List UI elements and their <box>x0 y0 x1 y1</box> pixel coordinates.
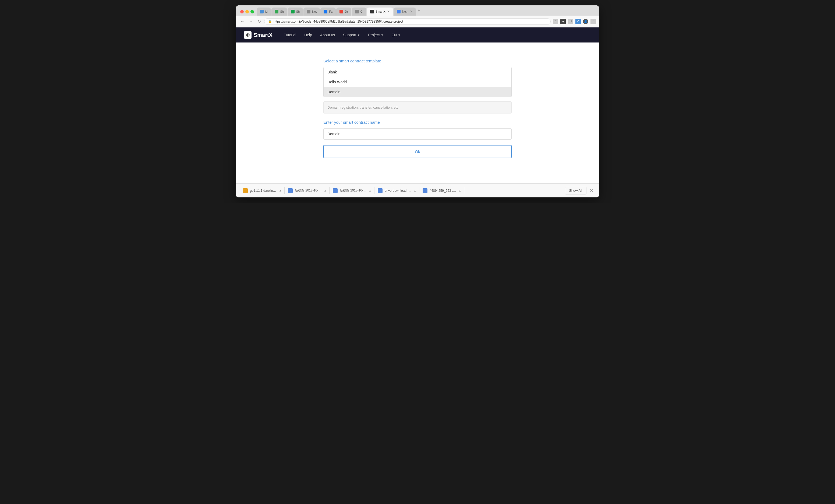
download-item-2[interactable]: 新檔案 2018-10-....jpg ▲ <box>330 187 374 194</box>
template-blank[interactable]: Blank <box>324 67 511 77</box>
main-content: Select a smart contract template Blank H… <box>236 42 599 174</box>
download-icon-3 <box>378 188 383 193</box>
create-project-form: Select a smart contract template Blank H… <box>323 59 512 158</box>
template-section-label: Select a smart contract template <box>323 59 512 63</box>
download-item-1[interactable]: 新檔案 2018-10-....jpg ▲ <box>285 187 329 194</box>
logo-icon <box>244 31 251 39</box>
download-arrow-1[interactable]: ▲ <box>324 189 327 192</box>
template-list: Blank Hello World Domain <box>323 67 512 97</box>
address-bar: ← → ↻ 🔒 https://smartx.ont.io/?code=44ce… <box>236 16 599 27</box>
download-arrow-0[interactable]: ▲ <box>279 189 282 192</box>
new-tab-button[interactable]: + <box>416 8 422 16</box>
logo-text: SmartX <box>254 32 272 38</box>
download-item-3[interactable]: drive-download-....zip ▲ <box>375 187 420 194</box>
tab-item[interactable]: LI <box>257 7 271 16</box>
minimize-traffic-light[interactable] <box>245 10 249 14</box>
tab-item[interactable]: Dr <box>336 7 351 16</box>
browser-window: LI Sh Sh Not Fa Dr Cl SmartX ✕ Ne...✕ + … <box>236 5 599 197</box>
download-item-0[interactable]: go1.11.1.darwin-....p... ▲ <box>240 187 285 194</box>
ok-button[interactable]: Ok <box>323 145 512 158</box>
project-dropdown-arrow: ▼ <box>381 34 384 37</box>
tab-close-icon[interactable]: ✕ <box>410 10 413 14</box>
url-text: https://smartx.ont.io/?code=44ce8965ef9d… <box>273 20 403 23</box>
ext-icon-3[interactable]: ↺ <box>575 19 581 24</box>
nav-about[interactable]: About us <box>317 31 338 39</box>
menu-icon[interactable]: ⋮ <box>590 19 596 24</box>
nav-help[interactable]: Help <box>301 31 315 39</box>
download-icon-1 <box>288 188 293 193</box>
forward-button[interactable]: → <box>248 18 254 25</box>
download-name-4: 44894259_553-....p... <box>430 189 456 193</box>
tab-close-icon[interactable]: ✕ <box>387 10 390 14</box>
download-item-4[interactable]: 44894259_553-....p... ▲ <box>420 187 464 194</box>
download-name-3: drive-download-....zip <box>385 189 412 193</box>
download-arrow-3[interactable]: ▲ <box>414 189 416 192</box>
site-logo: SmartX <box>244 31 272 39</box>
nav-support[interactable]: Support ▼ <box>340 31 363 39</box>
profile-icon[interactable]: 👤 <box>583 19 588 24</box>
tab-item[interactable]: Sh <box>288 7 303 16</box>
tab-item[interactable]: Cl <box>352 7 366 16</box>
back-button[interactable]: ← <box>239 18 246 25</box>
download-arrow-4[interactable]: ▲ <box>459 189 461 192</box>
address-input-container[interactable]: 🔒 https://smartx.ont.io/?code=44ce8965ef… <box>264 18 551 25</box>
contract-name-input[interactable] <box>323 128 512 140</box>
download-name-0: go1.11.1.darwin-....p... <box>250 189 277 193</box>
toolbar-icons: ☆ ◈ ↺ ↺ 👤 ⋮ <box>553 19 596 24</box>
download-icon-0 <box>243 188 248 193</box>
fullscreen-traffic-light[interactable] <box>250 10 254 14</box>
show-all-button[interactable]: Show All <box>565 187 587 194</box>
download-name-1: 新檔案 2018-10-....jpg <box>295 188 322 193</box>
tab-item[interactable]: Sh <box>271 7 287 16</box>
download-arrow-2[interactable]: ▲ <box>369 189 371 192</box>
tab-bar: LI Sh Sh Not Fa Dr Cl SmartX ✕ Ne...✕ + <box>236 5 599 16</box>
reload-button[interactable]: ↻ <box>257 18 262 25</box>
traffic-lights <box>238 10 256 16</box>
name-section-label: Enter your smart contract name <box>323 120 512 125</box>
lock-icon: 🔒 <box>268 20 272 23</box>
template-description: Domain registration, transfer, cancellat… <box>323 101 512 113</box>
template-domain[interactable]: Domain <box>324 87 511 97</box>
close-traffic-light[interactable] <box>240 10 244 14</box>
ext-icon-2[interactable]: ↺ <box>568 19 573 24</box>
page-content: SmartX Tutorial Help About us Support ▼ … <box>236 27 599 184</box>
download-items: go1.11.1.darwin-....p... ▲ 新檔案 2018-10-.… <box>240 187 563 194</box>
nav-lang[interactable]: EN ▼ <box>388 31 404 39</box>
ext-icon-1[interactable]: ◈ <box>561 19 566 24</box>
tab-item[interactable]: Ne...✕ <box>393 7 416 16</box>
download-icon-4 <box>423 188 427 193</box>
download-bar-close-button[interactable]: ✕ <box>589 187 595 195</box>
nav-tutorial[interactable]: Tutorial <box>281 31 300 39</box>
tab-item[interactable]: Not <box>303 7 320 16</box>
download-bar: go1.11.1.darwin-....p... ▲ 新檔案 2018-10-.… <box>236 184 599 197</box>
lang-dropdown-arrow: ▼ <box>398 34 401 37</box>
nav-links: Tutorial Help About us Support ▼ Project… <box>281 31 404 39</box>
site-nav: SmartX Tutorial Help About us Support ▼ … <box>236 27 599 42</box>
download-icon-2 <box>333 188 338 193</box>
star-icon[interactable]: ☆ <box>553 19 558 24</box>
template-hello-world[interactable]: Hello World <box>324 77 511 87</box>
support-dropdown-arrow: ▼ <box>357 34 360 37</box>
nav-project[interactable]: Project ▼ <box>365 31 387 39</box>
tab-smartx[interactable]: SmartX ✕ <box>367 7 393 16</box>
download-name-2: 新檔案 2018-10-....jpg <box>340 188 367 193</box>
tab-item[interactable]: Fa <box>320 7 336 16</box>
tab-items: LI Sh Sh Not Fa Dr Cl SmartX ✕ Ne...✕ + <box>257 7 597 16</box>
